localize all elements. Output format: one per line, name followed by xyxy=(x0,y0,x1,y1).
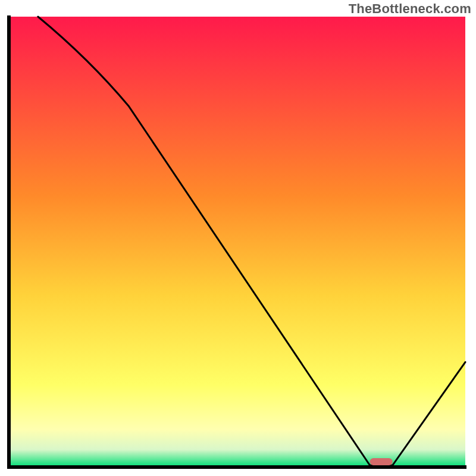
chart-container: TheBottleneck.com xyxy=(0,0,476,476)
axis-bottom xyxy=(7,465,466,469)
marker-bar xyxy=(370,458,393,465)
plot-background xyxy=(11,17,465,465)
attribution-label: TheBottleneck.com xyxy=(349,1,471,17)
axis-left xyxy=(7,15,11,469)
chart-svg xyxy=(0,0,476,476)
